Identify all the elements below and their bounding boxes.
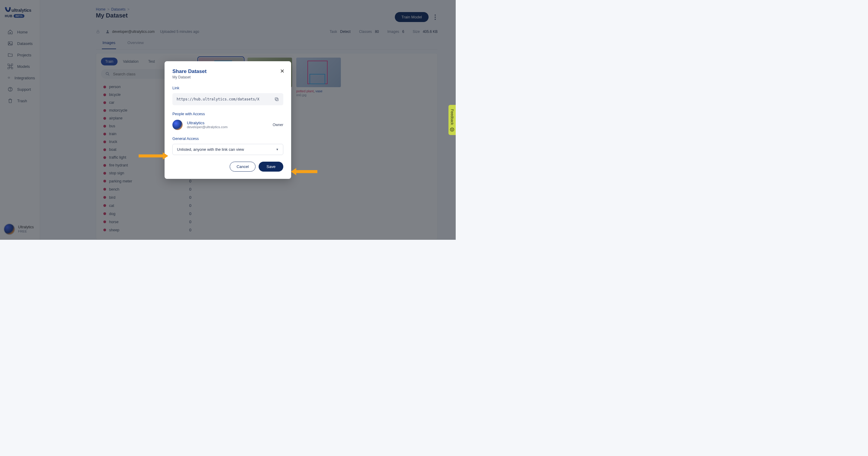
org-avatar bbox=[173, 120, 183, 130]
org-email: developer@ultralytics.com bbox=[187, 125, 269, 129]
modal-overlay[interactable]: ✕ Share Dataset My Dataset Link https://… bbox=[0, 0, 456, 240]
svg-rect-10 bbox=[275, 97, 278, 100]
access-row: Ultralytics developer@ultralytics.com Ow… bbox=[173, 120, 283, 130]
access-role: Owner bbox=[273, 123, 283, 127]
svg-rect-9 bbox=[276, 98, 278, 101]
modal-subtitle: My Dataset bbox=[173, 75, 283, 79]
org-name: Ultralytics bbox=[187, 121, 269, 125]
smile-icon bbox=[450, 127, 455, 132]
feedback-tab[interactable]: Feedback bbox=[448, 105, 456, 135]
svg-point-11 bbox=[450, 128, 454, 132]
select-value: Unlisted, anyone with the link can view bbox=[177, 147, 244, 152]
save-button[interactable]: Save bbox=[258, 162, 283, 172]
general-access-select[interactable]: Unlisted, anyone with the link can view … bbox=[173, 144, 283, 155]
share-dataset-modal: ✕ Share Dataset My Dataset Link https://… bbox=[164, 61, 291, 179]
close-icon[interactable]: ✕ bbox=[280, 68, 284, 75]
copy-icon[interactable] bbox=[274, 97, 279, 102]
link-section-label: Link bbox=[173, 86, 283, 90]
share-link-box: https://hub.ultralytics.com/datasets/X bbox=[173, 93, 283, 105]
modal-title: Share Dataset bbox=[173, 68, 283, 75]
cancel-button[interactable]: Cancel bbox=[230, 162, 255, 172]
share-link-value: https://hub.ultralytics.com/datasets/X bbox=[177, 97, 259, 101]
svg-point-12 bbox=[451, 129, 452, 130]
access-section-label: People with Access bbox=[173, 112, 283, 116]
general-access-label: General Access bbox=[173, 137, 283, 141]
chevron-down-icon: ▼ bbox=[276, 148, 279, 151]
